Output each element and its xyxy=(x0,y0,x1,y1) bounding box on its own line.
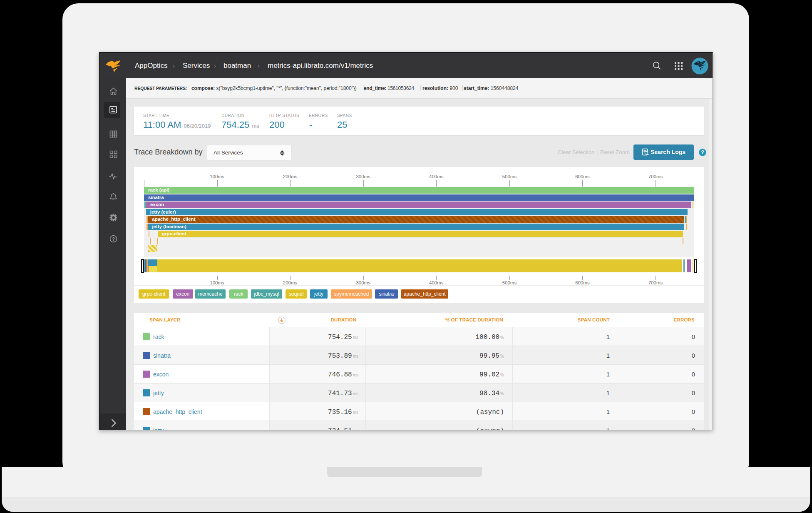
svg-text:?: ? xyxy=(112,237,115,242)
